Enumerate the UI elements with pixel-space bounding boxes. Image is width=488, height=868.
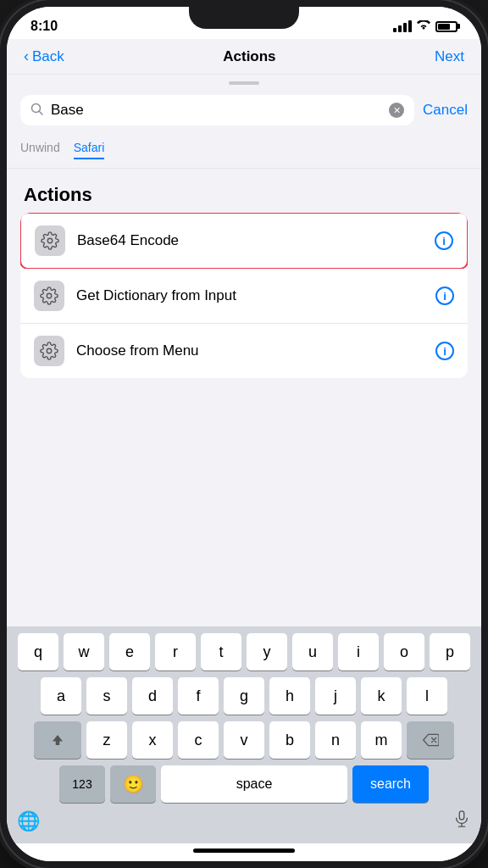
- search-bar-container: Base ✕ Cancel: [7, 88, 481, 134]
- search-bar: Base ✕: [20, 95, 414, 125]
- key-shift[interactable]: [34, 721, 81, 759]
- keyboard-row-3: z x c v b n m: [10, 721, 478, 759]
- key-k[interactable]: k: [361, 677, 402, 715]
- key-e[interactable]: e: [109, 633, 150, 670]
- key-numbers[interactable]: 123: [59, 765, 105, 803]
- key-v[interactable]: v: [224, 721, 264, 759]
- key-g[interactable]: g: [224, 677, 264, 715]
- microphone-icon: [452, 810, 471, 828]
- signal-icon: [393, 20, 412, 32]
- base64encode-label: Base64 Encode: [77, 232, 435, 249]
- key-s[interactable]: s: [86, 677, 127, 715]
- base64encode-icon-wrap: [35, 225, 65, 256]
- key-l[interactable]: l: [407, 677, 447, 715]
- base64encode-info-button[interactable]: i: [435, 231, 453, 250]
- key-f[interactable]: f: [178, 677, 219, 715]
- keyboard-row-2: a s d f g h j k l: [10, 677, 478, 715]
- action-list: Base64 Encode i Get Dictionary from Inpu…: [20, 213, 468, 378]
- svg-rect-1: [459, 811, 464, 820]
- category-tabs: Unwind Safari: [7, 134, 481, 169]
- mic-icon[interactable]: [452, 810, 471, 833]
- drag-handle-bar: [229, 81, 259, 85]
- key-search[interactable]: search: [352, 765, 429, 803]
- home-bar: [193, 849, 295, 853]
- key-j[interactable]: j: [315, 677, 356, 715]
- section-title: Actions: [24, 184, 92, 205]
- notch: [189, 7, 299, 29]
- back-button[interactable]: ‹ Back: [24, 47, 64, 65]
- key-a[interactable]: a: [41, 677, 81, 715]
- content-area: Actions Base64 Encode i: [7, 169, 481, 626]
- drag-handle: [7, 75, 481, 88]
- tab-safari[interactable]: Safari: [74, 137, 105, 159]
- choosemenu-label: Choose from Menu: [76, 342, 435, 359]
- section-header: Actions: [7, 169, 481, 213]
- key-space[interactable]: space: [161, 765, 347, 803]
- key-p[interactable]: p: [430, 633, 470, 670]
- action-item-choosemenu[interactable]: Choose from Menu i: [20, 324, 468, 378]
- tab-unwind[interactable]: Unwind: [20, 137, 60, 159]
- nav-title: Actions: [223, 48, 275, 65]
- cancel-button[interactable]: Cancel: [423, 102, 468, 119]
- action-item-getdictionary[interactable]: Get Dictionary from Input i: [20, 269, 468, 324]
- choosemenu-info-button[interactable]: i: [435, 342, 454, 360]
- action-item-base64encode[interactable]: Base64 Encode i: [20, 213, 468, 270]
- search-clear-button[interactable]: ✕: [389, 103, 404, 118]
- key-q[interactable]: q: [18, 633, 58, 670]
- gear-icon-2: [40, 287, 58, 305]
- key-c[interactable]: c: [178, 721, 219, 759]
- delete-icon: [422, 733, 439, 747]
- key-o[interactable]: o: [384, 633, 424, 670]
- search-input[interactable]: Base: [51, 102, 382, 119]
- nav-bar: ‹ Back Actions Next: [7, 39, 481, 75]
- shift-icon: [50, 732, 65, 748]
- key-m[interactable]: m: [361, 721, 402, 759]
- getdictionary-icon-wrap: [34, 281, 64, 311]
- getdictionary-label: Get Dictionary from Input: [76, 287, 435, 304]
- getdictionary-info-button[interactable]: i: [435, 287, 454, 305]
- keyboard-row-4: 123 🙂 space search: [10, 765, 478, 803]
- key-x[interactable]: x: [132, 721, 173, 759]
- status-time: 8:10: [30, 19, 58, 34]
- key-y[interactable]: y: [247, 633, 287, 670]
- keyboard: q w e r t y u i o p a s d f g h j k: [7, 626, 481, 843]
- phone-frame: 8:10 ‹ Back Ac: [0, 0, 488, 868]
- gear-icon: [41, 231, 59, 250]
- next-button[interactable]: Next: [435, 48, 464, 65]
- search-icon: [30, 103, 44, 119]
- back-chevron-icon: ‹: [24, 47, 29, 65]
- key-r[interactable]: r: [155, 633, 196, 670]
- key-emoji[interactable]: 🙂: [110, 765, 156, 803]
- key-z[interactable]: z: [86, 721, 127, 759]
- back-label: Back: [32, 48, 64, 65]
- wifi-icon: [417, 19, 430, 33]
- key-i[interactable]: i: [338, 633, 379, 670]
- status-icons: [393, 19, 458, 33]
- key-n[interactable]: n: [315, 721, 356, 759]
- key-h[interactable]: h: [269, 677, 310, 715]
- key-w[interactable]: w: [64, 633, 104, 670]
- choosemenu-icon-wrap: [34, 336, 64, 366]
- phone-screen: 8:10 ‹ Back Ac: [7, 7, 481, 861]
- battery-icon: [435, 21, 458, 32]
- gear-icon-3: [40, 342, 58, 360]
- key-t[interactable]: t: [201, 633, 241, 670]
- keyboard-row-1: q w e r t y u i o p: [10, 633, 478, 670]
- globe-icon[interactable]: 🌐: [17, 810, 40, 832]
- key-delete[interactable]: [407, 721, 454, 759]
- key-b[interactable]: b: [269, 721, 310, 759]
- keyboard-bottom: 🌐: [10, 810, 478, 840]
- key-d[interactable]: d: [132, 677, 173, 715]
- key-u[interactable]: u: [292, 633, 333, 670]
- home-indicator: [7, 843, 481, 861]
